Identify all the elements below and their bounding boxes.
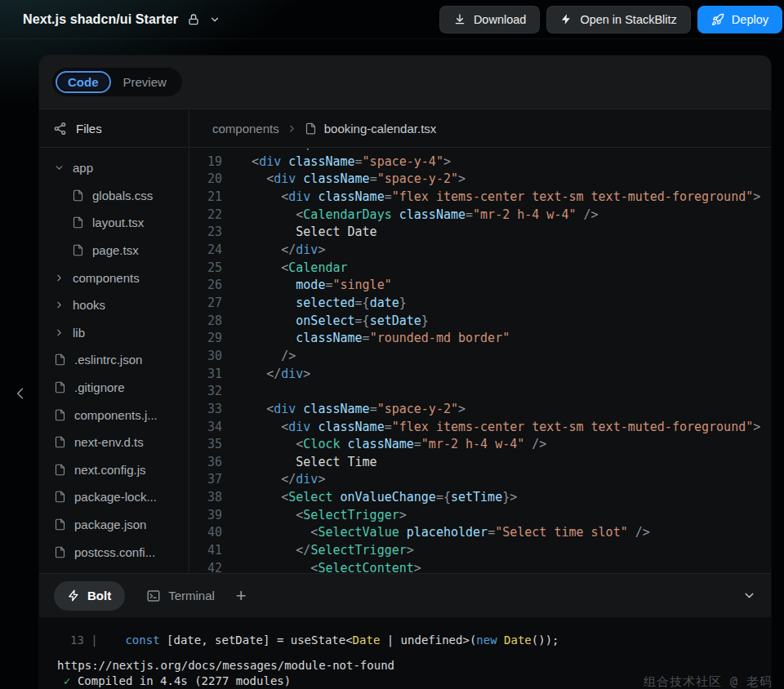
collapse-panel-chevron-left-icon[interactable]	[12, 381, 29, 406]
deploy-button[interactable]: Deploy	[697, 6, 782, 33]
code-line-27: 27 selected={date}	[189, 295, 771, 313]
line-content: <div className="flex items-center text-s…	[222, 189, 771, 207]
breadcrumb-file[interactable]: booking-calendar.tsx	[324, 122, 437, 136]
terminal-icon	[146, 589, 161, 603]
code-line-42: 42 <SelectContent>	[189, 560, 771, 573]
folder-components[interactable]: components	[39, 264, 189, 291]
code-line-25: 25 <Calendar	[189, 260, 771, 278]
code-line-35: 35 <Clock className="mr-2 h-4 w-4" />	[189, 436, 771, 454]
download-button[interactable]: Download	[439, 6, 541, 33]
tree-item-label: lib	[73, 326, 85, 340]
line-content: selected={date}	[222, 295, 771, 313]
line-content: </div>	[222, 471, 771, 489]
rocket-icon	[711, 13, 724, 26]
file-package.json[interactable]: package.json	[39, 511, 189, 539]
code-line-20: 20 <div className="space-y-2">	[189, 171, 771, 189]
tab-bolt[interactable]: Bolt	[54, 581, 125, 611]
file-page.tsx[interactable]: page.tsx	[39, 237, 189, 264]
line-number: 24	[189, 242, 222, 260]
code-line-33: 33 <div className="space-y-2">	[189, 401, 771, 419]
file-icon	[54, 436, 66, 448]
tab-preview[interactable]: Preview	[111, 71, 179, 93]
line-content: <SelectContent>	[222, 560, 771, 573]
code-line-34: 34 <div className="flex items-center tex…	[189, 419, 771, 437]
tree-item-label: app	[73, 161, 93, 175]
file-layout.tsx[interactable]: layout.tsx	[39, 209, 189, 237]
line-content: <div className="space-y-4">	[222, 153, 771, 171]
open-stackblitz-label: Open in StackBlitz	[580, 13, 676, 26]
code-line-24: 24 </div>	[189, 242, 771, 260]
file-icon	[305, 122, 317, 135]
line-content: </div>	[222, 242, 771, 260]
line-number: 28	[189, 313, 222, 331]
tree-item-label: next.config.js	[74, 463, 146, 477]
breadcrumb: components booking-calendar.tsx	[189, 110, 771, 148]
line-number: 36	[189, 454, 222, 472]
file-icon	[54, 381, 66, 393]
code-line-41: 41 </SelectTrigger>	[189, 542, 771, 560]
file-icon	[72, 189, 84, 202]
header-actions: Download Open in StackBlitz Deploy	[439, 6, 782, 33]
file-postcss.confi...[interactable]: postcss.confi...	[39, 538, 189, 566]
line-content: Select Date	[222, 224, 771, 242]
line-number: 38	[189, 489, 222, 507]
project-menu-chevron-down-icon[interactable]	[209, 14, 220, 25]
folder-app[interactable]: app	[39, 154, 189, 182]
folder-lib[interactable]: lib	[39, 319, 189, 347]
file-package-lock...[interactable]: package-lock...	[39, 483, 189, 511]
lock-icon[interactable]	[187, 13, 200, 26]
tab-code[interactable]: Code	[56, 71, 111, 93]
code-preview-toggle: Code Preview	[52, 68, 182, 96]
file-next.config.js[interactable]: next.config.js	[39, 456, 189, 484]
file-.eslintrc.json[interactable]: .eslintrc.json	[39, 346, 189, 374]
chevron-right-icon	[54, 273, 65, 283]
stackblitz-bolt-icon	[560, 13, 572, 25]
file-components.j...[interactable]: components.j...	[39, 401, 189, 429]
chevron-down-icon	[54, 162, 65, 173]
file-tailwind.confi...[interactable]: tailwind.confi...	[39, 566, 189, 573]
breadcrumb-chevron-right-icon	[287, 123, 297, 134]
line-number: 41	[189, 542, 222, 560]
files-header-label: Files	[76, 122, 102, 136]
line-content: onSelect={setDate}	[222, 313, 771, 331]
file-.gitignore[interactable]: .gitignore	[39, 374, 189, 402]
code-line-40: 40 <SelectValue placeholder="Select time…	[189, 524, 771, 542]
folder-hooks[interactable]: hooks	[39, 291, 189, 319]
line-number: 22	[189, 207, 222, 224]
code-area[interactable]: 18 return (19 <div className="space-y-4"…	[189, 149, 771, 573]
line-content: </SelectTrigger>	[222, 542, 771, 560]
tab-terminal[interactable]: Terminal	[146, 589, 215, 603]
terminal-url-line: https://nextjs.org/docs/messages/module-…	[39, 647, 771, 672]
open-stackblitz-button[interactable]: Open in StackBlitz	[546, 6, 690, 33]
code-line-22: 22 <CalendarDays className="mr-2 h-4 w-4…	[189, 207, 771, 224]
code-line-32: 32	[189, 383, 771, 401]
tree-item-label: components	[73, 271, 140, 285]
breadcrumb-folder[interactable]: components	[212, 122, 279, 136]
code-line-28: 28 onSelect={setDate}	[189, 313, 771, 331]
workbench-panel: Code Preview Files appglobals.csslayout.…	[39, 56, 771, 689]
line-content: <SelectTrigger>	[222, 507, 771, 525]
line-number: 33	[189, 401, 222, 419]
line-number: 40	[189, 524, 222, 542]
project-title: Next.js shadcn/ui Starter	[23, 12, 178, 27]
add-terminal-button[interactable]: +	[236, 587, 247, 605]
line-number: 34	[189, 419, 222, 437]
line-number: 32	[189, 383, 222, 401]
file-icon	[54, 518, 66, 531]
line-content: <div className="space-y-2">	[222, 401, 771, 419]
code-editor: components booking-calendar.tsx 18 retur…	[189, 110, 771, 573]
bolt-icon	[68, 589, 80, 602]
code-line-31: 31 </div>	[189, 366, 771, 384]
code-line-21: 21 <div className="flex items-center tex…	[189, 189, 771, 207]
tree-item-label: layout.tsx	[92, 216, 144, 229]
file-globals.css[interactable]: globals.css	[39, 182, 189, 210]
tree-item-label: .gitignore	[74, 380, 125, 394]
line-content: />	[222, 348, 771, 366]
file-next-env.d.ts[interactable]: next-env.d.ts	[39, 429, 189, 456]
line-content: className="rounded-md border"	[222, 330, 771, 348]
code-line-23: 23 Select Date	[189, 224, 771, 242]
tree-item-label: package-lock...	[74, 490, 157, 504]
collapse-bottom-panel-chevron-down-icon[interactable]	[742, 589, 756, 602]
code-line-39: 39 <SelectTrigger>	[189, 507, 771, 525]
code-line-19: 19 <div className="space-y-4">	[189, 153, 771, 171]
